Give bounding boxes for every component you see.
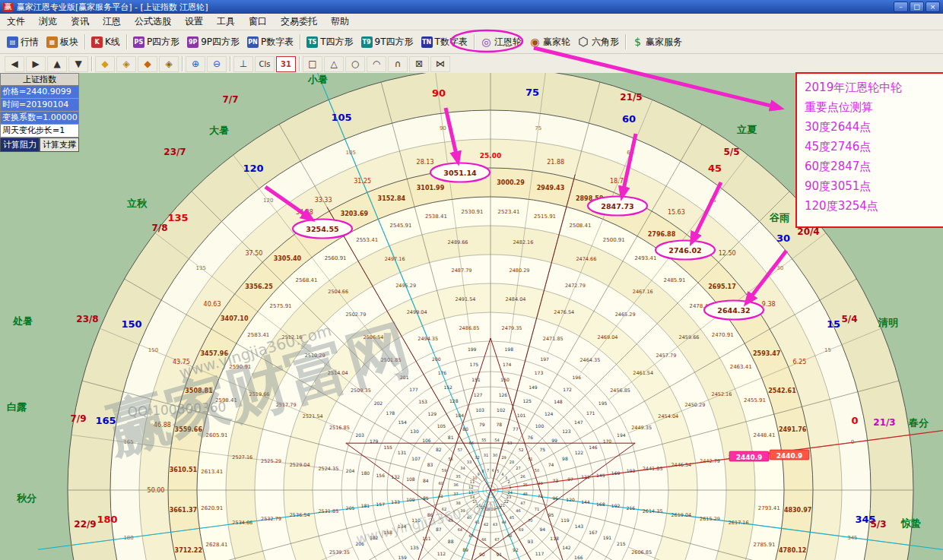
- svg-text:145: 145: [596, 473, 605, 478]
- svg-text:2469.04: 2469.04: [598, 334, 618, 340]
- circled-value: 3051.14: [443, 169, 477, 177]
- svg-text:46: 46: [516, 508, 520, 513]
- solar-term-label: 春分: [908, 417, 929, 429]
- svg-text:202: 202: [374, 400, 383, 406]
- circled-value: 2746.02: [668, 246, 701, 255]
- svg-text:124: 124: [545, 411, 554, 416]
- svg-text:70: 70: [528, 518, 532, 523]
- svg-text:72: 72: [538, 494, 542, 498]
- prev-icon[interactable]: ◀: [5, 56, 24, 72]
- svg-text:28: 28: [510, 460, 514, 464]
- toolbar-t-square-button[interactable]: TST四方形: [303, 34, 357, 50]
- svg-text:2785.91: 2785.91: [753, 542, 775, 548]
- maximize-button[interactable]: □: [910, 2, 924, 12]
- zoom-out-icon[interactable]: ⊖: [207, 56, 227, 72]
- cls-icon[interactable]: Cls: [255, 56, 275, 72]
- svg-text:169: 169: [611, 470, 621, 476]
- menu-item-2[interactable]: 资讯: [64, 14, 96, 30]
- menu-item-3[interactable]: 江恩: [96, 14, 128, 30]
- t-table-icon: TN: [421, 36, 433, 48]
- toolbar-kline-button[interactable]: KK线: [87, 34, 124, 50]
- svg-text:5: 5: [497, 469, 499, 473]
- svg-text:133: 133: [391, 499, 400, 505]
- svg-text:2575.91: 2575.91: [270, 303, 292, 309]
- diamond1-icon[interactable]: ◆: [95, 56, 115, 72]
- rect-tool-icon[interactable]: □: [303, 56, 322, 72]
- circle-tool-icon[interactable]: ○: [345, 56, 365, 72]
- menu-item-8[interactable]: 交易委托: [274, 14, 324, 30]
- arc-tool-icon[interactable]: ◠: [367, 56, 386, 72]
- info-panel: 上证指数 价格=2440.9099时间=20190104变换系数=1.00000…: [0, 73, 79, 152]
- calendar-icon[interactable]: 31: [276, 56, 296, 72]
- toolbar-quotes-button[interactable]: ▤行情: [3, 34, 43, 50]
- svg-text:130: 130: [410, 429, 419, 434]
- close-button[interactable]: ×: [926, 2, 940, 12]
- svg-text:2489.66: 2489.66: [448, 239, 468, 245]
- info-button-0[interactable]: 计算阻力: [0, 138, 40, 152]
- info-button-1[interactable]: 计算支撑: [40, 138, 79, 152]
- svg-text:2553.41: 2553.41: [356, 237, 378, 243]
- diamond2-icon[interactable]: ◈: [116, 56, 136, 72]
- svg-text:97: 97: [567, 476, 573, 482]
- svg-text:34: 34: [460, 466, 465, 470]
- minimize-button[interactable]: –: [894, 2, 908, 12]
- menu-item-0[interactable]: 文件: [0, 14, 32, 30]
- svg-text:3152.84: 3152.84: [378, 195, 406, 202]
- triangle-tool-icon[interactable]: △: [324, 56, 344, 72]
- toolbar-p-square-button[interactable]: PSP四方形: [129, 34, 183, 50]
- svg-text:166: 166: [574, 555, 583, 560]
- svg-text:78: 78: [496, 422, 502, 427]
- svg-text:91: 91: [496, 552, 502, 557]
- toolbar-hexagon-button[interactable]: 六角形: [574, 34, 623, 50]
- menu-item-4[interactable]: 公式选股: [128, 14, 178, 30]
- winner-service-icon: $: [632, 36, 643, 48]
- svg-text:153: 153: [418, 399, 427, 404]
- svg-text:128: 128: [449, 398, 459, 403]
- svg-text:199: 199: [468, 346, 477, 352]
- svg-text:105: 105: [437, 423, 446, 429]
- svg-text:2617.16: 2617.16: [729, 520, 749, 526]
- axis-icon[interactable]: ⊥: [233, 56, 253, 72]
- current-price-value: 2440.9: [736, 454, 763, 461]
- diamond4-icon[interactable]: ◈: [159, 56, 179, 72]
- svg-text:109: 109: [406, 497, 415, 502]
- menu-item-7[interactable]: 窗口: [242, 14, 274, 30]
- curve-tool-icon[interactable]: ∩: [388, 56, 408, 72]
- toolbar-winner-service-button[interactable]: $赢家服务: [628, 34, 686, 50]
- menu-item-6[interactable]: 工具: [210, 14, 242, 30]
- zoom-in-icon[interactable]: ⊕: [186, 56, 205, 72]
- down-icon[interactable]: ▼: [68, 56, 88, 72]
- toolbar-sectors-button[interactable]: ▦板块: [43, 34, 82, 50]
- date-label: 21/3: [873, 417, 895, 428]
- toolbar-9t-square-button[interactable]: T99T四方形: [357, 34, 418, 50]
- toolbar-9p-square-button[interactable]: 9P9P四方形: [183, 34, 243, 50]
- angle-label-150: 150: [121, 318, 141, 330]
- up-icon[interactable]: ▲: [47, 56, 67, 72]
- svg-text:2499.04: 2499.04: [407, 309, 427, 315]
- menu-item-5[interactable]: 设置: [178, 14, 210, 30]
- svg-text:204: 204: [346, 468, 355, 473]
- annotation-line-4: 60度2847点: [805, 157, 943, 176]
- svg-text:12: 12: [468, 485, 473, 489]
- toolbar-t-table-button[interactable]: TNT数字表: [418, 34, 472, 50]
- diamond3-icon[interactable]: ◆: [138, 56, 157, 72]
- next-icon[interactable]: ▶: [26, 56, 46, 72]
- menu-item-1[interactable]: 浏览: [32, 14, 64, 30]
- svg-text:2459.66: 2459.66: [679, 334, 700, 340]
- sectors-icon: ▦: [46, 36, 58, 48]
- toolbar-gann-wheel-button[interactable]: ◎江恩轮: [477, 34, 525, 50]
- svg-text:69: 69: [519, 527, 523, 532]
- toolbar-p-table-button[interactable]: PNP数字表: [243, 34, 297, 50]
- menu-item-9[interactable]: 帮助: [324, 14, 356, 30]
- svg-text:15: 15: [824, 347, 831, 353]
- svg-text:2487.79: 2487.79: [452, 267, 472, 274]
- toolbar-winner-wheel-button[interactable]: ◉赢家轮: [525, 34, 574, 50]
- svg-text:2504.66: 2504.66: [328, 289, 348, 295]
- svg-text:13: 13: [468, 490, 473, 495]
- svg-text:155: 155: [383, 445, 392, 450]
- svg-text:50: 50: [535, 468, 539, 473]
- select-tool-icon[interactable]: ⋈: [430, 56, 450, 72]
- svg-text:107: 107: [411, 456, 421, 461]
- grid-tool-icon[interactable]: ⊠: [409, 56, 429, 72]
- svg-text:194: 194: [617, 432, 626, 438]
